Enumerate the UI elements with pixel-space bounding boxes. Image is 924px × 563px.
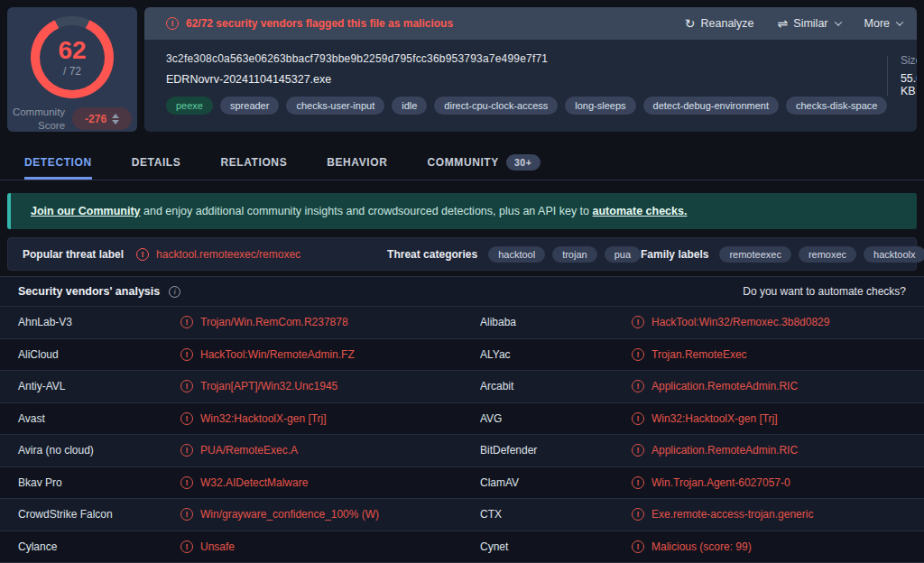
analysis-title: Security vendors' analysis [18, 285, 160, 298]
reanalyze-icon: ↻ [685, 17, 696, 30]
tag-checks-user-input[interactable]: checks-user-input [286, 97, 384, 115]
vendor-name: AhnLab-V3 [18, 316, 180, 328]
community-score-label: Community Score [13, 106, 65, 132]
family-remoteexec[interactable]: remoteexec [719, 246, 790, 263]
alert-icon: ! [180, 444, 193, 457]
similar-button[interactable]: ⇌ Similar [778, 17, 841, 30]
alert-icon: ! [180, 476, 193, 489]
file-size-block: Size 55.00 KB [901, 54, 917, 97]
tab-community[interactable]: COMMUNITY 30+ [427, 149, 540, 180]
alert-icon: ! [632, 476, 644, 489]
vote-spinner-icon[interactable] [112, 114, 119, 125]
table-row: Avira (no cloud) !PUA/RemoteExec.A BitDe… [0, 434, 924, 466]
vote-down-icon[interactable] [112, 120, 119, 125]
table-row: Cylance !Unsafe Cynet !Malicious (score:… [0, 531, 924, 563]
tag-spreader[interactable]: spreader [220, 97, 279, 115]
detection-result: !Unsafe [180, 540, 480, 553]
detection-result: !Win32:HacktoolX-gen [Trj] [180, 412, 480, 425]
file-name: EDRNovrv-20241104145327.exe [166, 73, 887, 86]
tag-long-sleeps[interactable]: long-sleeps [565, 97, 635, 115]
popular-threat-value: ! hacktool.remoteexec/remoxec [136, 248, 300, 261]
detection-total: / 72 [63, 65, 81, 78]
tag-direct-cpu-clock-access[interactable]: direct-cpu-clock-access [434, 97, 558, 115]
file-summary-card: ! 62/72 security vendors flagged this fi… [144, 7, 917, 132]
tab-relations[interactable]: RELATIONS [220, 149, 287, 180]
report-header: 62 / 72 Community Score -276 [0, 0, 924, 132]
reanalyze-button[interactable]: ↻ Reanalyze [685, 17, 754, 30]
category-pua[interactable]: pua [605, 246, 641, 263]
community-count-badge: 30+ [506, 154, 541, 171]
detection-result: !Win.Trojan.Agent-6027057-0 [632, 476, 906, 489]
alert-icon: ! [632, 316, 644, 328]
community-score-stepper[interactable]: -276 [72, 107, 132, 130]
detection-result: !W32.AIDetectMalware [180, 476, 480, 489]
automate-checks-link[interactable]: automate checks. [593, 205, 688, 217]
category-hacktool[interactable]: hacktool [488, 246, 545, 263]
tag-checks-disk-space[interactable]: checks-disk-space [786, 97, 887, 115]
detection-result: !Application.RemoteAdmin.RIC [632, 444, 906, 457]
alert-icon: ! [180, 380, 193, 392]
analysis-header: Security vendors' analysis i Do you want… [0, 276, 924, 306]
alert-icon: ! [632, 444, 644, 457]
file-size-value: 55.00 KB [901, 72, 917, 97]
malicious-alert-bar: ! 62/72 security vendors flagged this fi… [144, 7, 917, 40]
threat-alert-icon: ! [136, 248, 149, 261]
detection-score-card: 62 / 72 Community Score -276 [7, 7, 137, 132]
detection-result: !Trojan/Win.RemCom.R237878 [180, 316, 480, 328]
vendor-name: ALYac [480, 348, 632, 361]
vendor-name: Cylance [18, 540, 180, 553]
table-row: AhnLab-V3 !Trojan/Win.RemCom.R237878 Ali… [0, 306, 924, 338]
vendor-name: Bkav Pro [18, 476, 180, 489]
report-tabs: DETECTION DETAILS RELATIONS BEHAVIOR COM… [0, 149, 924, 180]
vendor-name: CrowdStrike Falcon [18, 508, 180, 521]
vendor-analysis-table: AhnLab-V3 !Trojan/Win.RemCom.R237878 Ali… [0, 306, 924, 563]
category-trojan[interactable]: trojan [552, 246, 597, 263]
table-row: AliCloud !HackTool:Win/RemoteAdmin.FZ AL… [0, 338, 924, 371]
threat-categories-label: Threat categories [387, 248, 477, 261]
vendor-name: BitDefender [480, 444, 632, 457]
automate-checks-prompt[interactable]: Do you want to automate checks? [743, 285, 906, 298]
tab-behavior[interactable]: BEHAVIOR [327, 149, 387, 180]
community-banner: Join our Community and enjoy additional … [7, 193, 917, 229]
alert-icon: ! [632, 508, 644, 521]
alert-icon: ! [180, 540, 193, 553]
detection-result: !PUA/RemoteExec.A [180, 444, 480, 457]
tab-detection[interactable]: DETECTION [24, 149, 92, 180]
family-hacktoolx[interactable]: hacktoolx [864, 246, 924, 263]
detection-result: !Win/grayware_confidence_100% (W) [180, 508, 480, 521]
family-remoxec[interactable]: remoxec [799, 246, 856, 263]
tag-detect-debug-environment[interactable]: detect-debug-environment [643, 97, 779, 115]
alert-icon: ! [180, 316, 193, 328]
detection-score: 62 [58, 38, 86, 63]
file-tags: peexe spreader checks-user-input idle di… [166, 97, 887, 115]
vendor-name: Avast [18, 412, 180, 425]
file-hash: 3c2fe308c0a563e06263bbacf793bbe9b2259d79… [166, 52, 887, 65]
threat-categories: hacktool trojan pua [488, 246, 641, 263]
tag-idle[interactable]: idle [392, 97, 427, 115]
similar-icon: ⇌ [778, 17, 789, 30]
vendor-name: Cynet [480, 540, 632, 553]
chevron-down-icon [896, 18, 903, 25]
alert-icon: ! [632, 348, 644, 361]
alert-icon: ! [632, 540, 644, 553]
tab-details[interactable]: DETAILS [132, 149, 181, 180]
info-icon[interactable]: i [169, 286, 180, 298]
join-community-link[interactable]: Join our Community [31, 205, 141, 217]
family-labels-label: Family labels [641, 248, 708, 261]
alert-icon: ! [180, 412, 193, 425]
alert-icon: ! [166, 17, 179, 30]
detection-result: !Trojan.RemoteExec [632, 348, 906, 361]
detection-result: !HackTool:Win/RemoteAdmin.FZ [180, 348, 480, 361]
vendor-name: Arcabit [480, 380, 632, 392]
table-row: CrowdStrike Falcon !Win/grayware_confide… [0, 498, 924, 531]
more-button[interactable]: More [864, 17, 902, 30]
table-row: Avast !Win32:HacktoolX-gen [Trj] AVG !Wi… [0, 402, 924, 435]
table-row: Antiy-AVL !Trojan[APT]/Win32.Unc1945 Arc… [0, 370, 924, 402]
detection-result: !Application.RemoteAdmin.RIC [632, 380, 906, 392]
tag-peexe[interactable]: peexe [166, 97, 213, 115]
vendor-name: ClamAV [480, 476, 632, 489]
vote-up-icon[interactable] [112, 114, 119, 118]
vendor-name: AVG [480, 412, 632, 425]
alert-icon: ! [180, 348, 193, 361]
detection-gauge: 62 / 72 [31, 16, 114, 98]
